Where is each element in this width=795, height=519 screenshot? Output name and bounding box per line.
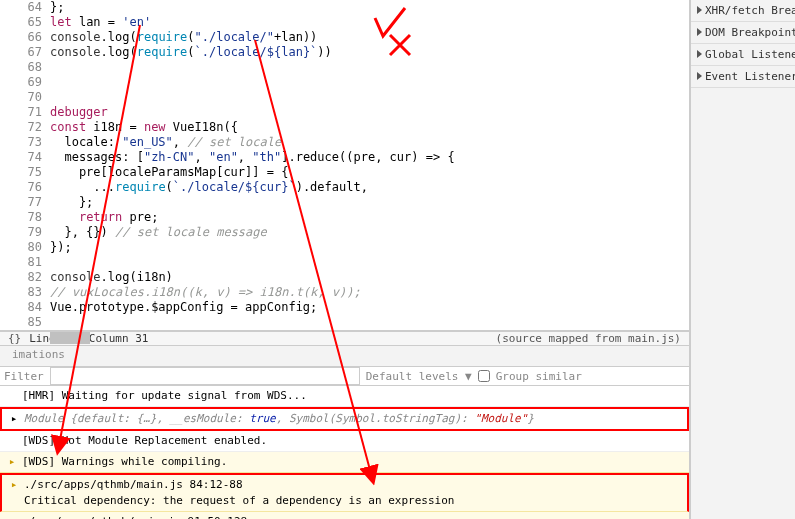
warning-icon: ▸ [6, 454, 18, 470]
panel-dom-breakpoints[interactable]: DOM Breakpoint [691, 22, 795, 44]
chevron-right-icon [697, 72, 702, 80]
tab-bar: imations [0, 345, 689, 367]
source-mapped-label: (source mapped from main.js) [496, 332, 681, 345]
line-gutter: 6465666768697071727374757677787980818283… [0, 0, 50, 330]
chevron-right-icon [697, 50, 702, 58]
status-bar: {} Line 67, Column 31 (source mapped fro… [0, 331, 689, 345]
warning-icon: ▸ [6, 514, 18, 519]
console-output[interactable]: [HMR] Waiting for update signal from WDS… [0, 386, 689, 519]
console-toolbar: Filter Default levels ▼ Group similar [0, 367, 689, 386]
pretty-print-icon[interactable]: {} [8, 332, 21, 345]
log-entry-module[interactable]: ▸Module {default: {…}, __esModule: true,… [0, 407, 689, 431]
log-levels-dropdown[interactable]: Default levels ▼ [366, 370, 472, 383]
chevron-right-icon [697, 6, 702, 14]
log-warning[interactable]: ▸[WDS] Warnings while compiling. [0, 452, 689, 473]
warning-icon: ▸ [8, 477, 20, 493]
group-similar-checkbox[interactable] [478, 370, 490, 382]
panel-event-listener[interactable]: Event Listener Br [691, 66, 795, 88]
log-entry[interactable]: [HMR] Waiting for update signal from WDS… [0, 386, 689, 407]
code-content[interactable]: }; let lan = 'en' console.log(require(".… [50, 0, 689, 330]
group-similar-label: Group similar [496, 370, 582, 383]
horizontal-scrollbar[interactable] [0, 330, 689, 331]
tab-animations[interactable]: imations [4, 345, 73, 366]
code-editor[interactable]: 6465666768697071727374757677787980818283… [0, 0, 689, 330]
panel-xhr-breakpoints[interactable]: XHR/fetch Break [691, 0, 795, 22]
right-panel: XHR/fetch Break DOM Breakpoint Global Li… [690, 0, 795, 519]
scrollbar-thumb[interactable] [50, 332, 90, 344]
log-warning[interactable]: ▸./src/apps/qthmb/main.js 91:50-128 [0, 512, 689, 519]
log-warning-critical[interactable]: ▸./src/apps/qthmb/main.js 84:12-88Critic… [0, 473, 689, 512]
panel-global-listeners[interactable]: Global Listeners [691, 44, 795, 66]
filter-input[interactable] [50, 367, 360, 385]
filter-label: Filter [4, 370, 44, 383]
chevron-right-icon [697, 28, 702, 36]
log-entry[interactable]: [WDS] Hot Module Replacement enabled. [0, 431, 689, 452]
